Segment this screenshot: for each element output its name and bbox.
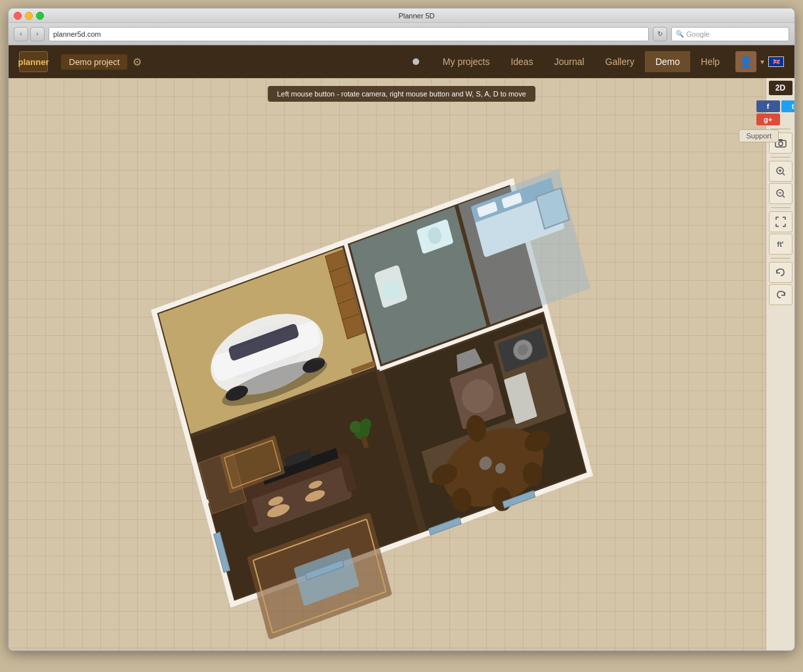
svg-line-87 — [783, 196, 785, 198]
browser-title: Planner 5D — [44, 12, 789, 20]
divider-2 — [771, 157, 791, 158]
nav-demo[interactable]: Demo — [645, 51, 690, 72]
redo-tool[interactable] — [769, 284, 793, 305]
logo-box: planner — [19, 51, 48, 72]
top-nav: planner Demo project ⚙ My projects Ideas… — [9, 45, 794, 78]
traffic-lights — [14, 12, 44, 20]
nav-dot — [413, 58, 419, 65]
user-area: 👤 ▼ 🇬🇧 — [735, 51, 784, 72]
divider-3 — [771, 207, 791, 208]
nav-help[interactable]: Help — [690, 51, 730, 72]
svg-line-84 — [783, 173, 785, 175]
browser-toolbar: ‹ › planner5d.com ↻ 🔍 Google — [9, 23, 794, 45]
2d-view-button[interactable]: 2D — [769, 81, 793, 95]
browser-titlebar: Planner 5D — [9, 9, 794, 23]
minimize-button[interactable] — [25, 12, 33, 20]
settings-icon[interactable]: ⚙ — [133, 56, 142, 68]
zoom-out-tool[interactable] — [769, 183, 793, 204]
nav-ideas[interactable]: Ideas — [500, 51, 543, 72]
nav-gallery[interactable]: Gallery — [595, 51, 645, 72]
back-button[interactable]: ‹ — [14, 27, 28, 41]
twitter-icon[interactable]: t — [781, 100, 796, 112]
main-content: Support Left mouse button - rotate camer… — [9, 78, 794, 650]
user-avatar[interactable]: 👤 — [735, 51, 756, 72]
canvas-3d[interactable] — [9, 78, 766, 650]
support-button[interactable]: Support — [739, 129, 779, 142]
tooltip-box: Left mouse button - rotate camera, right… — [268, 86, 535, 102]
search-placeholder: Google — [686, 30, 709, 38]
svg-rect-80 — [779, 139, 783, 141]
project-name[interactable]: Demo project — [61, 54, 127, 70]
app-container: planner Demo project ⚙ My projects Ideas… — [9, 45, 794, 650]
divider-4 — [771, 258, 791, 259]
nav-my-projects[interactable]: My projects — [432, 51, 501, 72]
browser-window: Planner 5D ‹ › planner5d.com ↻ 🔍 Google … — [8, 8, 795, 651]
units-tool[interactable]: ft' — [769, 234, 793, 255]
url-text: planner5d.com — [53, 30, 101, 38]
right-sidebar: 2D f t g+ — [766, 78, 794, 650]
logo-area: planner — [19, 51, 48, 72]
undo-tool[interactable] — [769, 262, 793, 283]
close-button[interactable] — [14, 12, 22, 20]
nav-journal[interactable]: Journal — [544, 51, 595, 72]
svg-point-79 — [779, 142, 783, 146]
social-tools: f t g+ — [756, 100, 796, 125]
search-bar[interactable]: 🔍 Google — [671, 27, 789, 41]
refresh-button[interactable]: ↻ — [653, 27, 667, 41]
nav-links: My projects Ideas Journal Gallery Demo H… — [432, 51, 730, 72]
fullscreen-tool[interactable] — [769, 211, 793, 232]
googleplus-icon[interactable]: g+ — [756, 114, 780, 125]
maximize-button[interactable] — [36, 12, 44, 20]
dropdown-arrow[interactable]: ▼ — [759, 58, 766, 66]
address-bar[interactable]: planner5d.com — [49, 27, 649, 41]
zoom-in-tool[interactable] — [769, 161, 793, 182]
facebook-icon[interactable]: f — [756, 100, 780, 112]
tooltip-text: Left mouse button - rotate camera, right… — [277, 90, 526, 98]
forward-button[interactable]: › — [30, 27, 45, 41]
language-flag[interactable]: 🇬🇧 — [768, 56, 784, 67]
